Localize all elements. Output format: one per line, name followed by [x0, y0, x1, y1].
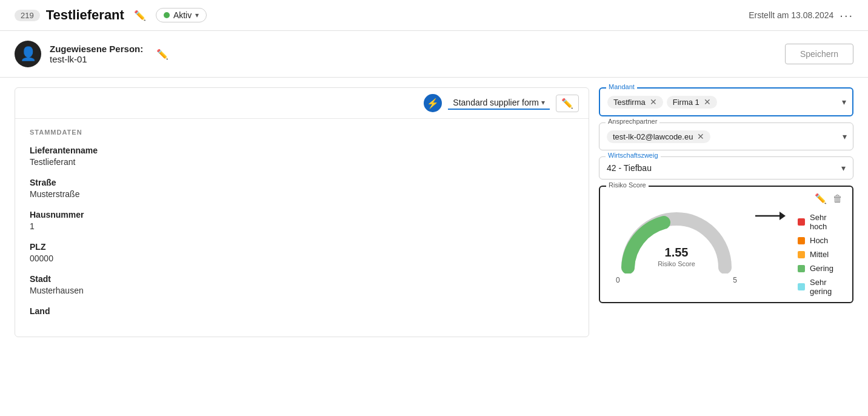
assigned-bar: 👤 Zugewiesene Person: test-lk-01 ✏️ Spei… — [0, 31, 868, 78]
remove-chip-button[interactable]: ✕ — [649, 98, 658, 106]
remove-chip-button[interactable]: ✕ — [703, 98, 712, 106]
edit-assigned-button[interactable]: ✏️ — [156, 49, 169, 60]
field-value: 1 — [30, 221, 574, 231]
field-label: Hausnummer — [30, 210, 574, 220]
risiko-header: ✏️ 🗑 — [610, 193, 843, 204]
mandant-label: Mandant — [606, 83, 637, 90]
stammdaten-section: STAMMDATEN LieferantennameTestlieferantS… — [15, 119, 589, 337]
form-selector-text: Standard supplier form — [453, 98, 539, 107]
field-group: StraßeMusterstraße — [30, 178, 574, 199]
field-value: Testlieferant — [30, 157, 574, 167]
legend-label: Sehr hoch — [810, 213, 843, 231]
wirtschaftszweig-label: Wirtschaftszweig — [606, 152, 661, 159]
legend-item: Hoch — [798, 236, 843, 245]
field-label: Lieferantenname — [30, 146, 574, 155]
field-group: LieferantennameTestlieferant — [30, 146, 574, 167]
right-panel: Mandant Testfirma✕Firma 1✕ ▾ Ansprechpar… — [589, 78, 868, 347]
legend-color — [798, 237, 805, 244]
legend-label: Sehr gering — [810, 278, 843, 296]
page-header: 219 Testlieferant ✏️ Aktiv ▾ Erstellt am… — [0, 0, 868, 31]
more-options-button[interactable]: ··· — [840, 8, 853, 22]
legend-color — [798, 218, 805, 226]
wirtschaftszweig-content: 42 - Tiefbau ▾ — [599, 157, 853, 179]
lightning-button[interactable]: ⚡ — [424, 94, 442, 112]
legend-label: Hoch — [810, 236, 828, 245]
gauge-area: 1.55 Risiko Score 0 5 — [610, 207, 743, 284]
avatar: 👤 — [15, 41, 41, 67]
created-label: Erstellt am 13.08.2024 — [749, 10, 833, 20]
field-group: StadtMusterhausen — [30, 274, 574, 295]
field-value: Musterhausen — [30, 286, 574, 295]
ansprechpartner-label: Ansprechpartner — [606, 118, 659, 125]
edit-title-button[interactable]: ✏️ — [130, 8, 150, 22]
ansprechpartner-chip: test-lk-02@lawcode.eu✕ — [607, 130, 710, 143]
header-left: 219 Testlieferant ✏️ Aktiv ▾ — [15, 7, 207, 23]
legend-color — [798, 265, 805, 272]
field-group: Land — [30, 306, 574, 316]
save-button[interactable]: Speichern — [785, 44, 853, 64]
wirtschaftszweig-dropdown-button[interactable]: ▾ — [841, 163, 846, 173]
person-icon: 👤 — [20, 46, 36, 62]
risiko-label: Risiko Score — [606, 181, 649, 189]
field-label: Straße — [30, 178, 574, 187]
supplier-title: Testlieferant — [46, 7, 124, 23]
legend: Sehr hochHochMittelGeringSehr gering — [798, 207, 843, 296]
mandant-dropdown-button[interactable]: ▾ — [842, 97, 846, 107]
field-group: PLZ00000 — [30, 242, 574, 263]
left-panel-header: ⚡ Standard supplier form ▾ ✏️ — [15, 88, 589, 119]
left-panel: ⚡ Standard supplier form ▾ ✏️ STAMMDATEN… — [15, 87, 589, 337]
ansprechpartner-dropdown-button[interactable]: ▾ — [843, 132, 847, 141]
assigned-label: Zugewiesene Person: — [50, 44, 143, 54]
legend-color — [798, 251, 805, 258]
risiko-score-box: Risiko Score ✏️ 🗑 — [599, 186, 853, 303]
svg-text:1.55: 1.55 — [665, 246, 689, 259]
assigned-name: test-lk-01 — [50, 54, 143, 64]
mandant-field: Mandant Testfirma✕Firma 1✕ ▾ — [599, 87, 853, 116]
status-text: Aktiv — [173, 10, 192, 20]
gauge-max-label: 5 — [733, 276, 737, 284]
status-dropdown-arrow: ▾ — [195, 11, 199, 19]
svg-marker-3 — [780, 212, 786, 220]
ansprechpartner-content: test-lk-02@lawcode.eu✕ — [599, 123, 853, 150]
arrow-connector — [755, 207, 786, 237]
status-dot — [164, 12, 170, 18]
field-group: Hausnummer1 — [30, 210, 574, 231]
field-value: 00000 — [30, 253, 574, 263]
mandant-content: Testfirma✕Firma 1✕ — [600, 89, 852, 115]
lightning-icon: ⚡ — [427, 98, 439, 109]
main-content: ⚡ Standard supplier form ▾ ✏️ STAMMDATEN… — [0, 78, 868, 347]
gauge-min-label: 0 — [616, 276, 620, 284]
ansprechpartner-field: Ansprechpartner test-lk-02@lawcode.eu✕ ▾ — [599, 122, 853, 150]
wirtschaftszweig-field: Wirtschaftszweig 42 - Tiefbau ▾ — [599, 156, 853, 179]
fields-container: LieferantennameTestlieferantStraßeMuster… — [30, 146, 574, 316]
form-selector[interactable]: Standard supplier form ▾ — [448, 96, 550, 110]
mandant-chip: Testfirma✕ — [607, 96, 663, 109]
legend-item: Sehr gering — [798, 278, 843, 296]
assigned-info: Zugewiesene Person: test-lk-01 — [50, 44, 143, 64]
section-label: STAMMDATEN — [30, 129, 574, 136]
field-label: PLZ — [30, 242, 574, 252]
remove-chip-button[interactable]: ✕ — [696, 132, 706, 141]
status-badge[interactable]: Aktiv ▾ — [156, 8, 207, 22]
supplier-id: 219 — [15, 10, 40, 21]
edit-form-button[interactable]: ✏️ — [556, 95, 579, 112]
chevron-down-icon: ▾ — [541, 98, 545, 107]
header-right: Erstellt am 13.08.2024 ··· — [749, 8, 853, 22]
svg-text:Risiko Score: Risiko Score — [658, 260, 695, 267]
risiko-delete-button[interactable]: 🗑 — [833, 193, 843, 204]
field-label: Stadt — [30, 274, 574, 284]
assigned-left: 👤 Zugewiesene Person: test-lk-01 ✏️ — [15, 41, 169, 67]
legend-label: Gering — [810, 264, 833, 273]
field-value: Musterstraße — [30, 189, 574, 199]
arrow-icon — [755, 207, 786, 225]
wirtschaftszweig-value: 42 - Tiefbau — [607, 163, 652, 173]
risiko-content: 1.55 Risiko Score 0 5 Sehr hoc — [610, 207, 843, 296]
legend-item: Mittel — [798, 250, 843, 259]
field-label: Land — [30, 306, 574, 316]
risiko-edit-button[interactable]: ✏️ — [815, 193, 827, 204]
legend-label: Mittel — [810, 250, 829, 259]
mandant-chip: Firma 1✕ — [667, 96, 717, 109]
legend-item: Gering — [798, 264, 843, 273]
gauge-labels: 0 5 — [616, 276, 737, 284]
gauge-chart: 1.55 Risiko Score — [616, 207, 737, 273]
